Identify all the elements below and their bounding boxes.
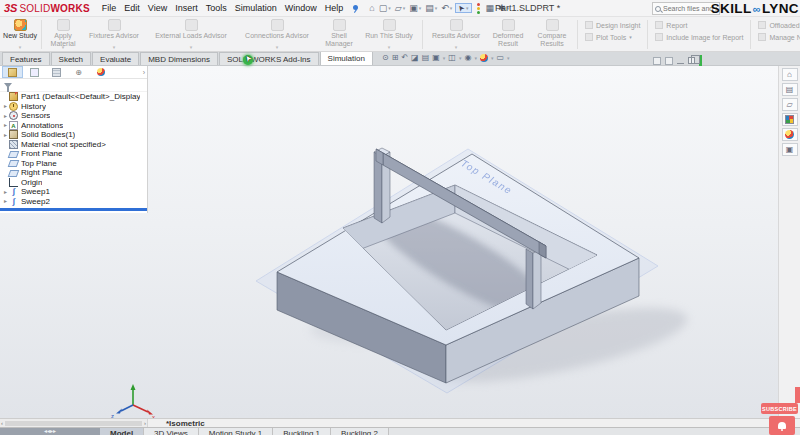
section-view-icon[interactable]: ◪ (411, 54, 419, 62)
tree-item-front-plane[interactable]: ▸ Front Plane (0, 149, 147, 159)
scroll-left-icon[interactable]: ‹ (1, 420, 3, 426)
tab-simulation[interactable]: Simulation (320, 51, 373, 65)
display-style-icon[interactable]: ◫ (448, 54, 456, 62)
pin-menu-icon[interactable] (352, 5, 359, 12)
tree-item-sweep1[interactable]: ▸ ∫ Sweep1 (0, 187, 147, 197)
tab-features[interactable]: Features (2, 52, 50, 65)
tab-sketch[interactable]: Sketch (51, 52, 91, 65)
tab-motion-study-1[interactable]: Motion Study 1 (199, 428, 273, 435)
rollback-bar[interactable] (0, 208, 147, 211)
zoom-to-fit-icon[interactable]: ⊙ (382, 54, 389, 62)
plot-tools-button[interactable]: Plot Tools▾ (585, 33, 640, 41)
annotation-views-icon[interactable]: ▤ (422, 54, 430, 62)
view-settings-icon[interactable]: ▭ (496, 54, 504, 62)
offloaded-simulation-button[interactable]: Offloaded Simulation (758, 21, 800, 29)
home-icon[interactable]: ⌂ (782, 68, 798, 81)
hide-show-items-icon[interactable]: ◉ (464, 54, 471, 62)
previous-view-icon[interactable]: ↶ (401, 54, 408, 62)
compare-results-button[interactable]: Compare Results (530, 18, 574, 51)
scroll-right-icon[interactable]: › (144, 420, 146, 426)
menu-simulation[interactable]: Simulation (231, 3, 281, 13)
save-icon[interactable]: ▣▾ (408, 4, 422, 13)
menu-window[interactable]: Window (281, 3, 321, 13)
tab-buckling-2[interactable]: Buckling 2 (331, 428, 389, 435)
report-button[interactable]: Report (655, 21, 743, 29)
options-board-icon[interactable]: ▦ (485, 4, 496, 13)
tree-item-part[interactable]: ▸ Part1 (Default<<Default>_Display (0, 92, 147, 102)
expand-arrow-icon[interactable]: ▸ (2, 198, 9, 204)
run-this-study-button[interactable]: Run This Study (359, 18, 419, 51)
restore-icon[interactable] (688, 57, 695, 64)
tree-item-origin[interactable]: ▸ Origin (0, 178, 147, 188)
home-icon[interactable]: ⌂ (368, 4, 375, 13)
panel-icon[interactable] (653, 57, 661, 65)
panel-tabs-overflow-icon[interactable]: › (143, 69, 145, 76)
panel-icon[interactable] (665, 57, 673, 65)
manage-network-button[interactable]: Manage Network (758, 33, 800, 41)
expand-arrow-icon[interactable]: ▸ (2, 122, 9, 128)
dimxpertmanager-tab[interactable]: ⊕ (68, 66, 89, 78)
tree-horizontal-scrollbar[interactable]: ‹ › (0, 419, 148, 427)
filter-icon[interactable] (4, 83, 12, 88)
tree-item-sensors[interactable]: ▸ Sensors (0, 111, 147, 121)
subscribe-button[interactable]: SUBSCRIBE (761, 403, 798, 414)
new-study-button[interactable]: New Study (2, 18, 38, 51)
menu-insert[interactable]: Insert (171, 3, 202, 13)
undo-icon[interactable]: ↶▾ (440, 4, 453, 13)
plot-tools-dropdown-icon[interactable]: ▾ (629, 34, 632, 40)
configurationmanager-tab[interactable] (46, 66, 67, 78)
menu-file[interactable]: File (98, 3, 121, 13)
featuremanager-tree-tab[interactable] (2, 66, 23, 78)
shell-manager-button[interactable]: Shell Manager (319, 18, 359, 51)
rebuild-traffic-light-icon[interactable] (474, 3, 483, 14)
menu-tools[interactable]: Tools (202, 3, 231, 13)
tree-item-solid-bodies[interactable]: ▸ Solid Bodies(1) (0, 130, 147, 140)
connections-advisor-button[interactable]: Connections Advisor (235, 18, 319, 51)
menu-view[interactable]: View (144, 3, 171, 13)
view-palette-icon[interactable] (782, 113, 798, 126)
tab-3d-views[interactable]: 3D Views (144, 428, 199, 435)
tab-model[interactable]: Model (100, 428, 144, 435)
scrollbar-thumb[interactable] (5, 421, 142, 426)
notification-bell-button[interactable] (769, 416, 795, 435)
tree-item-sweep2[interactable]: ▸ ∫ Sweep2 (0, 197, 147, 207)
open-icon[interactable]: ▱▾ (394, 4, 406, 13)
tab-buckling-1[interactable]: Buckling 1 (273, 428, 331, 435)
tab-evaluate[interactable]: Evaluate (92, 52, 139, 65)
minimize-icon[interactable] (677, 63, 684, 64)
tree-item-material[interactable]: ▸ Material <not specified> (0, 140, 147, 150)
search-input[interactable] (663, 5, 717, 12)
include-image-for-report-button[interactable]: Include Image for Report (655, 33, 743, 41)
edit-appearance-icon[interactable] (480, 54, 488, 62)
view-orientation-icon[interactable]: ▣ (432, 54, 440, 62)
zoom-to-area-icon[interactable]: ⊞ (392, 54, 399, 62)
displaymanager-tab[interactable] (90, 66, 111, 78)
new-document-icon[interactable]: ▢▾ (378, 4, 392, 13)
tab-mbd-dimensions[interactable]: MBD Dimensions (140, 52, 218, 65)
tree-item-right-plane[interactable]: ▸ Right Plane (0, 168, 147, 178)
menu-help[interactable]: Help (321, 3, 348, 13)
tab-scroll-arrows[interactable]: ◂◂▸▸ (0, 428, 100, 435)
tab-solidworks-add-ins[interactable]: SOLIDWORKS Add-Ins (219, 52, 319, 65)
file-explorer-icon[interactable]: ▱ (782, 98, 798, 111)
results-advisor-button[interactable]: Results Advisor (426, 18, 486, 51)
custom-properties-icon[interactable]: ▣ (782, 143, 798, 156)
design-insight-button[interactable]: Design Insight (585, 21, 640, 29)
expand-arrow-icon[interactable]: ▸ (2, 132, 9, 138)
expand-arrow-icon[interactable]: ▸ (2, 103, 9, 109)
print-icon[interactable]: ▤▾ (424, 4, 438, 13)
tree-item-top-plane[interactable]: ▸ Top Plane (0, 159, 147, 169)
expand-arrow-icon[interactable]: ▸ (2, 113, 9, 119)
select-cursor-icon[interactable]: ➤▾ (455, 3, 471, 13)
expand-arrow-icon[interactable]: ▸ (2, 189, 9, 195)
external-loads-advisor-button[interactable]: External Loads Advisor (147, 18, 235, 51)
apply-material-button[interactable]: Apply Material (45, 18, 81, 51)
tree-item-annotations[interactable]: ▸ A Annotations (0, 121, 147, 131)
fixtures-advisor-button[interactable]: Fixtures Advisor (81, 18, 147, 51)
menu-edit[interactable]: Edit (120, 3, 144, 13)
tree-item-history[interactable]: ▸ History (0, 102, 147, 112)
design-library-icon[interactable]: ▤ (782, 83, 798, 96)
appearances-icon[interactable] (782, 128, 798, 141)
propertymanager-tab[interactable] (24, 66, 45, 78)
deformed-result-button[interactable]: Deformed Result (486, 18, 530, 51)
